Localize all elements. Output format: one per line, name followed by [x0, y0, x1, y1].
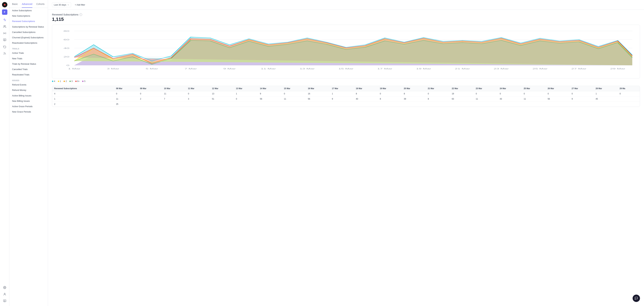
table-cell-value: 8	[354, 91, 378, 96]
add-filter-button[interactable]: + Add filter	[73, 3, 87, 7]
svg-text:3 Mar: 3 Mar	[107, 68, 119, 70]
nav-item-new-subscriptions[interactable]: New Subscriptions	[10, 13, 48, 19]
table-cell-value	[378, 102, 402, 107]
nav-item-renewed-subscriptions[interactable]: Renewed Subscriptions	[10, 19, 48, 24]
table-cell-value: 43	[498, 96, 522, 102]
sidebar-icon-settings[interactable]	[2, 30, 8, 36]
user-avatar[interactable]: F	[2, 10, 8, 15]
chart-legend: 4 1 2 3 6+ 5	[52, 80, 640, 82]
nav-item-refund-events[interactable]: Refund Events	[10, 82, 48, 87]
nav-item-cancelled-trials[interactable]: Cancelled Trials	[10, 67, 48, 72]
table-cell-value: 0	[138, 91, 162, 96]
chart-container: 0 20 40 60 80	[52, 25, 640, 78]
nav-item-active-grace[interactable]: Active Grace Periods	[10, 104, 48, 109]
table-cell-value: 11	[162, 91, 186, 96]
table-cell-value: 45	[594, 96, 618, 102]
chart-header: Renewed Subscriptions i 1,115	[52, 13, 640, 22]
table-cell-value	[450, 102, 474, 107]
chart-title: Renewed Subscriptions i	[52, 13, 640, 16]
col-header-09mar: 09 Mar	[138, 86, 162, 91]
table-cell-value	[186, 102, 210, 107]
nav-item-refund-money[interactable]: Refund Money	[10, 87, 48, 93]
tab-cohorts[interactable]: Cohorts	[36, 3, 44, 8]
table-cell-value: 0	[498, 91, 522, 96]
nav-item-reactivated-trials[interactable]: Reactivated Trials	[10, 72, 48, 77]
sidebar-icon-book[interactable]	[2, 298, 8, 304]
table-cell-value	[282, 102, 306, 107]
sidebar-icon-refund[interactable]	[2, 44, 8, 50]
legend-dot-3	[70, 81, 71, 82]
col-header-18mar: 18 Mar	[354, 86, 378, 91]
table-cell-value	[426, 102, 450, 107]
chevron-down-icon	[67, 4, 69, 6]
table-row: 400110131901618080190000010	[52, 91, 640, 96]
col-header-13mar: 13 Mar	[234, 86, 258, 91]
col-header-26mar: 26 Mar	[546, 86, 570, 91]
tab-basic[interactable]: Basic	[12, 3, 18, 8]
table-cell-value	[306, 102, 330, 107]
table-cell-value	[498, 102, 522, 107]
nav-item-reactivated-subscriptions[interactable]: Reactivated Subscriptions	[10, 40, 48, 46]
table-cell-value	[546, 102, 570, 107]
legend-dot-2	[64, 81, 65, 82]
table-cell-value: 56	[306, 96, 330, 102]
nav-item-trials-by-renewal[interactable]: Trials by Renewal Status	[10, 61, 48, 67]
table-cell-value: 7	[162, 96, 186, 102]
legend-dot-5	[82, 81, 84, 82]
chat-button[interactable]	[632, 294, 640, 302]
sidebar-icon-chart[interactable]	[2, 17, 8, 23]
data-table: Renewed Subscriptions 08 Mar 09 Mar 10 M…	[52, 86, 640, 107]
nav-item-new-billing[interactable]: New Billing Issues	[10, 98, 48, 104]
table-row: 225	[52, 102, 640, 107]
table-cell-value: 51	[210, 96, 234, 102]
col-header-12mar: 12 Mar	[210, 86, 234, 91]
filter-bar: Last 30 days + Add filter	[48, 0, 644, 10]
table-cell-value: 0	[474, 91, 498, 96]
legend-item-5: 5	[82, 80, 85, 82]
col-header-25mar: 25 Mar	[522, 86, 546, 91]
svg-point-1	[4, 33, 5, 34]
tab-advanced[interactable]: Advanced	[22, 3, 32, 8]
chart-info-icon[interactable]: i	[80, 13, 82, 16]
table-cell-value	[594, 102, 618, 107]
sidebar-icon-users[interactable]	[2, 24, 8, 30]
legend-item-6plus: 6+	[75, 80, 80, 82]
app-logo	[2, 2, 8, 8]
table-cell-value: 0	[570, 91, 594, 96]
col-header-16mar: 16 Mar	[306, 86, 330, 91]
svg-text:11 Mar: 11 Mar	[261, 68, 276, 70]
nav-item-active-trials[interactable]: Active Trials	[10, 50, 48, 56]
table-cell-value: 1	[330, 91, 354, 96]
nav-sidebar: Basic Advanced Cohorts Active Subscripti…	[10, 0, 48, 306]
svg-text:27 Mar: 27 Mar	[572, 68, 586, 70]
table-cell-value: 25	[114, 102, 138, 107]
date-range-dropdown[interactable]: Last 30 days	[52, 2, 71, 7]
legend-item-2: 2	[64, 80, 67, 82]
nav-item-new-grace[interactable]: New Grace Periods	[10, 109, 48, 114]
table-cell-value: 11	[114, 96, 138, 102]
svg-text:29 Mar: 29 Mar	[610, 68, 625, 70]
col-header-17mar: 17 Mar	[330, 86, 354, 91]
sidebar-icon-person[interactable]	[2, 291, 8, 297]
table-cell-value	[474, 102, 498, 107]
nav-item-active-subscriptions[interactable]: Active Subscriptions	[10, 8, 48, 13]
nav-item-active-billing[interactable]: Active Billing Issues	[10, 93, 48, 98]
svg-text:20: 20	[64, 56, 69, 58]
nav-item-new-trials[interactable]: New Trials	[10, 56, 48, 61]
svg-point-0	[4, 25, 5, 26]
nav-item-churned-subscriptions[interactable]: Churned (Expired) Subscriptions	[10, 35, 48, 40]
sidebar-icon-feed[interactable]	[2, 50, 8, 56]
nav-item-cancelled-subscriptions[interactable]: Cancelled Subscriptions	[10, 30, 48, 35]
svg-text:25 Mar: 25 Mar	[532, 68, 548, 70]
svg-text:9 Mar: 9 Mar	[224, 68, 236, 70]
date-range-label: Last 30 days	[54, 4, 66, 6]
table-cell-value	[330, 102, 354, 107]
col-header-29mar: 29 Ma	[618, 86, 640, 91]
table-cell-value: 0	[546, 91, 570, 96]
legend-dot-4	[52, 81, 53, 82]
table-cell-value: 11	[474, 96, 498, 102]
nav-item-subscriptions-by-renewal[interactable]: Subscriptions by Renewal Status	[10, 24, 48, 30]
sidebar-icon-gear[interactable]	[2, 284, 8, 290]
table-cell-value	[618, 96, 640, 102]
sidebar-icon-tag[interactable]	[2, 37, 8, 43]
